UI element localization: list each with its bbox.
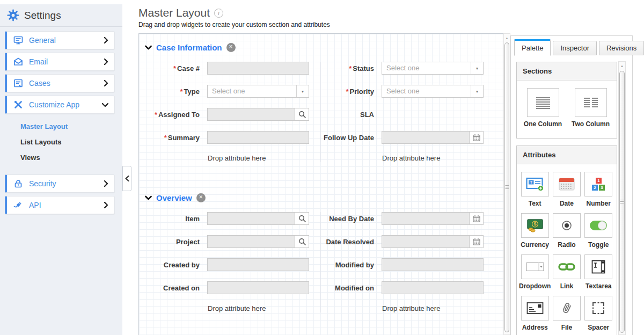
palette-item-currency[interactable]: $ Currency — [519, 213, 551, 249]
palette-item-label: Address — [519, 324, 551, 331]
palette-item-radio[interactable]: Radio — [551, 213, 582, 249]
date-picker-button[interactable] — [470, 131, 484, 144]
submenu-item-master-layout[interactable]: Master Layout — [20, 122, 115, 130]
scroll-up-icon[interactable]: ▲ — [504, 34, 510, 42]
two-column-icon — [583, 97, 599, 109]
palette-item-date[interactable]: Date — [551, 172, 582, 207]
tab-palette[interactable]: Palette — [514, 39, 551, 56]
drop-attribute-zone[interactable]: Drop attribute here — [208, 154, 320, 162]
palette-item-label: Toggle — [583, 241, 614, 249]
palette-item-two-column[interactable]: Two Column — [567, 88, 614, 128]
sidebar-nav: General Email Cases — [0, 27, 122, 214]
need-by-date-input[interactable] — [382, 212, 470, 225]
submenu-item-list-layouts[interactable]: List Layouts — [20, 138, 115, 146]
sidebar-item-api[interactable]: API — [5, 196, 115, 214]
chevron-right-icon — [104, 80, 108, 86]
canvas-scrollbar[interactable]: ▲ — [503, 33, 510, 335]
paperclip-icon — [560, 301, 573, 315]
palette-item-label: Textarea — [583, 282, 614, 290]
one-column-icon — [535, 97, 551, 109]
sidebar-item-cases[interactable]: Cases — [5, 74, 115, 92]
calendar-icon — [473, 238, 480, 245]
select-placeholder: Select one — [382, 85, 471, 97]
lock-icon — [13, 179, 23, 188]
drop-attribute-zone[interactable]: Drop attribute here — [208, 304, 320, 312]
section-header: Case Information × — [139, 34, 503, 54]
palette-item-one-column[interactable]: One Column — [519, 88, 567, 128]
palette-item-toggle[interactable]: Toggle — [583, 213, 614, 249]
created-on-input[interactable] — [207, 281, 309, 294]
drop-attribute-zone[interactable]: Drop attribute here — [382, 154, 503, 162]
page-title: Master Layout — [138, 6, 210, 19]
sidebar-item-security[interactable]: Security — [5, 174, 115, 193]
field-row-item: Item — [139, 212, 320, 225]
palette-item-file[interactable]: File — [551, 296, 582, 331]
tab-inspector[interactable]: Inspector — [553, 41, 596, 55]
date-picker-button[interactable] — [470, 235, 484, 248]
textarea-icon — [591, 260, 605, 274]
canvas-scrollbar-thumb[interactable] — [504, 42, 509, 332]
case-number-input[interactable] — [207, 62, 309, 75]
date-resolved-input[interactable] — [382, 235, 470, 248]
type-select[interactable]: Select one ▼ — [207, 85, 309, 98]
palette-item-label: Radio — [551, 241, 582, 249]
palette-item-address[interactable]: Address — [519, 296, 551, 331]
palette-item-text[interactable]: T Text — [519, 172, 551, 207]
svg-text:T: T — [530, 180, 532, 185]
field-label: Item — [139, 215, 200, 223]
sidebar-item-general[interactable]: General — [5, 31, 115, 49]
palette-scrollbar[interactable]: ▲ — [618, 61, 626, 335]
section-delete-icon[interactable]: × — [196, 193, 206, 202]
palette-item-dropdown[interactable]: Dropdown — [519, 254, 551, 290]
field-row-date-resolved: Date Resolved — [321, 235, 503, 248]
info-icon[interactable]: i — [214, 9, 223, 18]
sidebar-item-label: Cases — [29, 79, 104, 88]
lookup-button[interactable] — [295, 235, 309, 248]
palette-body: Sections One Column — [511, 55, 632, 335]
modified-on-input[interactable] — [382, 281, 484, 294]
follow-up-date-input[interactable] — [382, 131, 470, 144]
sidebar-item-email[interactable]: Email — [5, 53, 115, 71]
group-title: Sections — [517, 62, 617, 81]
sidebar-item-customize-app[interactable]: Customize App — [5, 96, 115, 114]
project-input[interactable] — [207, 235, 295, 248]
sidebar-item-label: Customize App — [29, 100, 102, 109]
summary-input[interactable] — [207, 131, 309, 144]
priority-select[interactable]: Select one ▼ — [382, 85, 484, 98]
sidebar-collapse-handle[interactable] — [122, 166, 131, 191]
envelope-icon — [13, 57, 23, 67]
required-marker: * — [173, 64, 176, 72]
section-collapse-caret-icon[interactable] — [145, 45, 152, 50]
palette-item-link[interactable]: Link — [551, 254, 582, 290]
link-icon — [558, 261, 575, 273]
lookup-button[interactable] — [295, 212, 309, 225]
submenu-item-views[interactable]: Views — [20, 154, 115, 162]
status-select[interactable]: Select one ▼ — [382, 62, 484, 75]
section-delete-icon[interactable]: × — [226, 43, 236, 52]
search-icon — [298, 215, 306, 222]
select-arrow-icon: ▼ — [296, 85, 309, 97]
svg-text:3: 3 — [601, 185, 604, 190]
palette-item-spacer[interactable]: Spacer — [583, 296, 614, 331]
required-marker: * — [164, 134, 167, 142]
item-input[interactable] — [207, 212, 295, 225]
chevron-right-icon — [104, 202, 108, 208]
created-by-input[interactable] — [207, 258, 309, 271]
date-picker-button[interactable] — [470, 212, 484, 225]
palette-scrollbar-thumb[interactable] — [619, 71, 625, 333]
section-collapse-caret-icon[interactable] — [145, 195, 152, 200]
sidebar-item-label: Email — [29, 57, 104, 66]
calendar-icon — [473, 134, 480, 141]
field-row-status: *Status Select one ▼ — [321, 62, 503, 75]
tab-revisions[interactable]: Revisions — [599, 41, 644, 55]
modified-by-input[interactable] — [382, 258, 484, 271]
scroll-up-icon[interactable]: ▲ — [619, 62, 625, 70]
lookup-button[interactable] — [295, 108, 309, 121]
palette-item-label: Spacer — [583, 324, 614, 331]
sidebar-item-label: Security — [29, 179, 104, 188]
palette-item-number[interactable]: 1 2 3 Number — [583, 172, 614, 207]
assigned-to-input[interactable] — [207, 108, 295, 121]
number-icon: 1 2 3 — [591, 177, 606, 191]
palette-item-textarea[interactable]: Textarea — [583, 254, 614, 290]
drop-attribute-zone[interactable]: Drop attribute here — [382, 304, 503, 312]
